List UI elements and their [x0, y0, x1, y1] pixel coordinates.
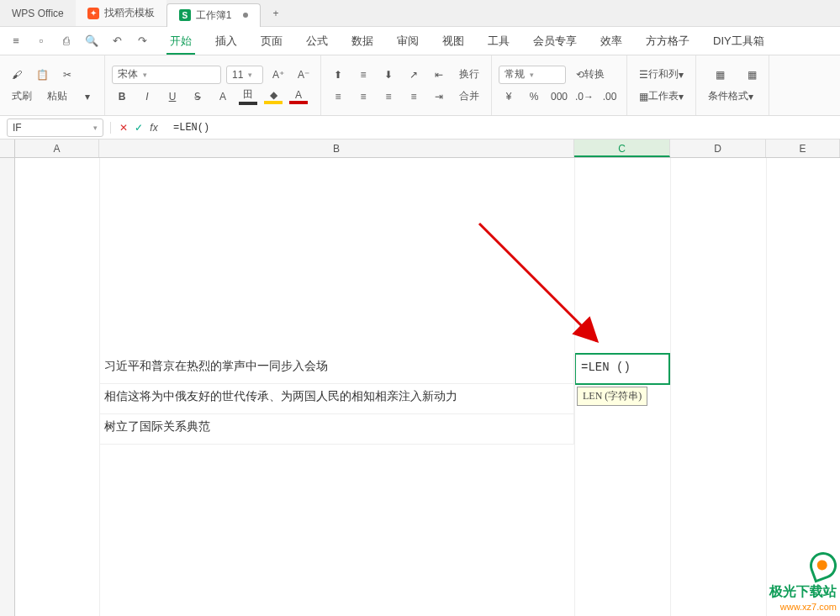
menu-tools[interactable]: 工具 — [476, 27, 521, 55]
italic-button[interactable]: I — [137, 87, 157, 106]
chevron-down-icon: ▾ — [93, 124, 98, 132]
border-button[interactable]: 田 — [238, 87, 258, 106]
cond-format-button[interactable]: 条件格式 ▾ — [703, 87, 758, 106]
menu-icon[interactable]: ≡ — [7, 32, 25, 50]
font-color-button[interactable]: A — [288, 87, 309, 106]
col-header-e[interactable]: E — [766, 140, 840, 157]
inc-decimal-icon[interactable]: .0→ — [574, 87, 594, 106]
formula-bar: IF ▾ ✕ ✓ fx =LEN() — [0, 116, 840, 140]
paste-label[interactable]: 粘贴 — [42, 87, 72, 106]
chevron-down-icon: ▾ — [248, 71, 252, 79]
accept-formula-icon[interactable]: ✓ — [131, 122, 146, 134]
align-center-icon[interactable]: ≡ — [353, 87, 373, 106]
watermark-name: 极光下载站 — [769, 583, 837, 601]
watermark-url: www.xz7.com — [769, 601, 837, 613]
workbook-icon: S — [179, 9, 191, 21]
font-grow-icon[interactable]: A⁺ — [268, 66, 288, 84]
align-middle-icon[interactable]: ≡ — [353, 66, 373, 84]
dirty-dot-icon — [243, 13, 248, 18]
indent-dec-icon[interactable]: ⇤ — [429, 66, 449, 84]
fx-icon[interactable]: fx — [146, 122, 161, 134]
menu-insert[interactable]: 插入 — [203, 27, 249, 55]
worksheet-button[interactable]: ▦ 工作表 ▾ — [634, 87, 689, 106]
align-left-icon[interactable]: ≡ — [328, 87, 348, 106]
menu-page[interactable]: 页面 — [249, 27, 294, 55]
font-name-select[interactable]: 宋体▾ — [112, 66, 221, 84]
menu-review[interactable]: 审阅 — [385, 27, 431, 55]
group-clipboard: 🖌📋✂ 式刷粘贴▾ — [0, 55, 105, 115]
undo-icon[interactable]: ↶ — [108, 32, 126, 50]
tab-template[interactable]: ✦ 找稻壳模板 — [76, 0, 166, 26]
number-format-select[interactable]: 常规▾ — [499, 66, 566, 84]
currency-icon[interactable]: ¥ — [499, 87, 519, 106]
align-right-icon[interactable]: ≡ — [378, 87, 399, 106]
watermark: 极光下载站 www.xz7.com — [769, 552, 837, 613]
menu-diy[interactable]: DIY工具箱 — [701, 27, 776, 55]
formula-tooltip: LEN (字符串) — [577, 387, 647, 406]
grid-body[interactable]: 习近平和普京在热烈的掌声中一同步入会场 =LEN () 相信这将为中俄友好的世代… — [15, 158, 840, 616]
font-size-select[interactable]: 11▾ — [226, 66, 263, 84]
print-icon[interactable]: ⎙ — [57, 32, 76, 50]
menu-data[interactable]: 数据 — [340, 27, 385, 55]
select-all-corner[interactable] — [0, 140, 15, 158]
orientation-icon[interactable]: ↗ — [404, 66, 424, 84]
redo-icon[interactable]: ↷ — [133, 32, 151, 50]
underline-button[interactable]: U — [162, 87, 182, 106]
bold-button[interactable]: B — [112, 87, 132, 106]
active-cell-c[interactable]: =LEN () — [574, 353, 670, 385]
column-headers: A B C D E — [15, 140, 840, 158]
align-top-icon[interactable]: ⬆ — [328, 66, 348, 84]
cell-b-text1[interactable]: 习近平和普京在热烈的掌声中一同步入会场 — [99, 354, 574, 384]
justify-icon[interactable]: ≡ — [404, 87, 424, 106]
cut-icon[interactable]: ✂ — [57, 66, 77, 84]
strike-button[interactable]: S̶ — [188, 87, 208, 106]
group-align: ⬆ ≡ ⬇ ↗ ⇤ 换行 ≡ ≡ ≡ ≡ ⇥ 合并 — [321, 55, 492, 115]
font-shrink-icon[interactable]: A⁻ — [293, 66, 314, 84]
menu-formula[interactable]: 公式 — [294, 27, 340, 55]
table-style-more-icon[interactable]: ▦ — [742, 66, 762, 84]
save-icon[interactable]: ▫ — [32, 32, 50, 50]
formula-input[interactable]: =LEN() — [166, 122, 840, 134]
copy-icon[interactable]: 📋 — [32, 66, 52, 84]
wrap-text-button[interactable]: 换行 — [454, 66, 484, 84]
align-bottom-icon[interactable]: ⬇ — [378, 66, 399, 84]
format-painter-label[interactable]: 式刷 — [7, 87, 37, 106]
menu-bar: ≡ ▫ ⎙ 🔍 ↶ ↷ 开始 插入 页面 公式 数据 审阅 视图 工具 会员专享… — [0, 27, 840, 55]
font-effects-button[interactable]: A — [213, 87, 233, 106]
dec-decimal-icon[interactable]: .00 — [600, 87, 620, 106]
menu-start[interactable]: 开始 — [158, 27, 203, 55]
cell-b-text2[interactable]: 相信这将为中俄友好的世代传承、为两国人民的相知相亲注入新动力 — [99, 384, 574, 414]
menu-efficiency[interactable]: 效率 — [589, 27, 634, 55]
col-header-d[interactable]: D — [670, 140, 766, 157]
menu-view[interactable]: 视图 — [431, 27, 476, 55]
name-box[interactable]: IF ▾ — [7, 118, 103, 137]
tab-workbook-label: 工作簿1 — [196, 8, 232, 23]
col-header-b[interactable]: B — [99, 140, 574, 157]
col-header-a[interactable]: A — [15, 140, 99, 157]
tab-workbook[interactable]: S 工作簿1 — [166, 3, 262, 27]
chevron-down-icon: ▾ — [530, 71, 534, 79]
col-header-c[interactable]: C — [574, 140, 670, 157]
cell-b-text3[interactable]: 树立了国际关系典范 — [99, 414, 574, 445]
table-style-icon[interactable]: ▦ — [703, 63, 737, 87]
percent-icon[interactable]: % — [524, 87, 544, 106]
convert-button[interactable]: ⟲ 转换 — [571, 66, 610, 84]
paste-options-icon[interactable]: ▾ — [77, 87, 98, 106]
group-number: 常规▾ ⟲ 转换 ¥ % 000 .0→ .00 — [492, 55, 627, 115]
fill-color-button[interactable]: ◆ — [263, 87, 283, 106]
group-font: 宋体▾ 11▾ A⁺ A⁻ B I U S̶ A 田 ◆ A — [105, 55, 321, 115]
merge-button[interactable]: 合并 — [454, 87, 484, 106]
new-tab-button[interactable]: + — [261, 0, 284, 26]
cancel-formula-icon[interactable]: ✕ — [116, 122, 131, 134]
format-painter-icon[interactable]: 🖌 — [7, 66, 27, 84]
row-col-button[interactable]: ☰ 行和列 ▾ — [634, 66, 689, 84]
preview-icon[interactable]: 🔍 — [82, 32, 101, 50]
indent-inc-icon[interactable]: ⇥ — [429, 87, 449, 106]
gridline — [574, 158, 575, 616]
grid: A B C D E 习近平和普京在热烈的掌声中一同步入会场 =LEN () 相信… — [0, 140, 840, 616]
group-cells: ☰ 行和列 ▾ ▦ 工作表 ▾ — [627, 55, 696, 115]
menu-vip[interactable]: 会员专享 — [521, 27, 589, 55]
thousands-icon[interactable]: 000 — [549, 87, 569, 106]
ribbon: 🖌📋✂ 式刷粘贴▾ 宋体▾ 11▾ A⁺ A⁻ B I U S̶ A 田 ◆ A… — [0, 55, 840, 116]
menu-ffgrid[interactable]: 方方格子 — [634, 27, 701, 55]
